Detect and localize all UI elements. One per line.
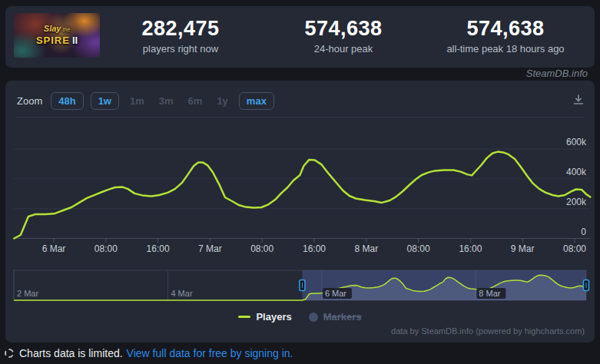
peak-24h-value: 574,638 (259, 17, 428, 41)
steamdb-watermark: SteamDB.info (526, 68, 588, 79)
legend-markers-label: Markers (323, 311, 362, 323)
footer-notice-bar: Charts data is limited. View full data f… (0, 342, 600, 364)
legend-item-players[interactable]: Players (238, 311, 291, 323)
alltime-peak-caption: all-time peak 18 hours ago (421, 43, 590, 55)
sign-in-link[interactable]: View full data for free by signing in. (127, 347, 293, 359)
svg-text:08:00: 08:00 (250, 243, 273, 254)
players-series-swatch (238, 316, 250, 318)
chart-credits: data by SteamDB.info (powered by highcha… (391, 326, 585, 336)
markers-series-swatch (309, 313, 318, 322)
players-now-value: 282,475 (96, 17, 265, 41)
svg-text:08:00: 08:00 (407, 243, 430, 254)
svg-text:9 Mar: 9 Mar (511, 243, 535, 254)
stat-alltime-peak: 574,638 all-time peak 18 hours ago (421, 17, 590, 55)
svg-text:08:00: 08:00 (94, 243, 118, 254)
chart-panel: Zoom 48h 1w 1m 3m 6m 1y max 0200k400k600… (5, 81, 595, 342)
chart-legend: Players Markers (5, 311, 595, 323)
svg-text:16:00: 16:00 (147, 243, 170, 254)
players-now-caption: players right now (96, 43, 265, 55)
limited-data-icon (5, 349, 14, 358)
alltime-peak-value: 574,638 (421, 17, 590, 41)
svg-text:8 Mar: 8 Mar (479, 289, 500, 298)
legend-item-markers[interactable]: Markers (309, 311, 362, 323)
stat-24h-peak: 574,638 24-hour peak (259, 17, 428, 55)
stat-players-now: 282,475 players right now (96, 17, 265, 55)
svg-text:2 Mar: 2 Mar (17, 289, 38, 298)
players-chart: 0200k400k600k6 Mar08:0016:007 Mar08:0016… (5, 81, 595, 342)
steamdb-chart-page: Slaythe SPIREII 282,475 players right no… (0, 0, 600, 364)
legend-players-label: Players (256, 311, 291, 323)
svg-text:6 Mar: 6 Mar (42, 243, 66, 254)
svg-text:16:00: 16:00 (459, 243, 482, 254)
game-capsule-image[interactable]: Slaythe SPIREII (14, 13, 100, 58)
svg-text:4 Mar: 4 Mar (171, 289, 192, 298)
svg-text:200k: 200k (566, 197, 587, 207)
svg-text:16:00: 16:00 (303, 243, 326, 254)
players-line-series (14, 152, 590, 239)
svg-text:600k: 600k (566, 137, 587, 147)
main-chart-axis-labels: 0200k400k600k6 Mar08:0016:007 Mar08:0016… (42, 137, 587, 254)
peak-24h-caption: 24-hour peak (259, 43, 428, 55)
svg-text:8 Mar: 8 Mar (354, 243, 378, 254)
svg-text:6 Mar: 6 Mar (325, 289, 346, 298)
game-title: Slaythe SPIREII (14, 22, 100, 45)
svg-text:7 Mar: 7 Mar (198, 243, 222, 254)
limited-data-text: Charts data is limited. (19, 347, 123, 359)
svg-text:0: 0 (581, 227, 586, 237)
svg-text:400k: 400k (566, 167, 587, 177)
stats-header: Slaythe SPIREII 282,475 players right no… (5, 6, 595, 68)
svg-text:08:00: 08:00 (563, 243, 586, 254)
main-chart-gridlines (14, 149, 590, 243)
